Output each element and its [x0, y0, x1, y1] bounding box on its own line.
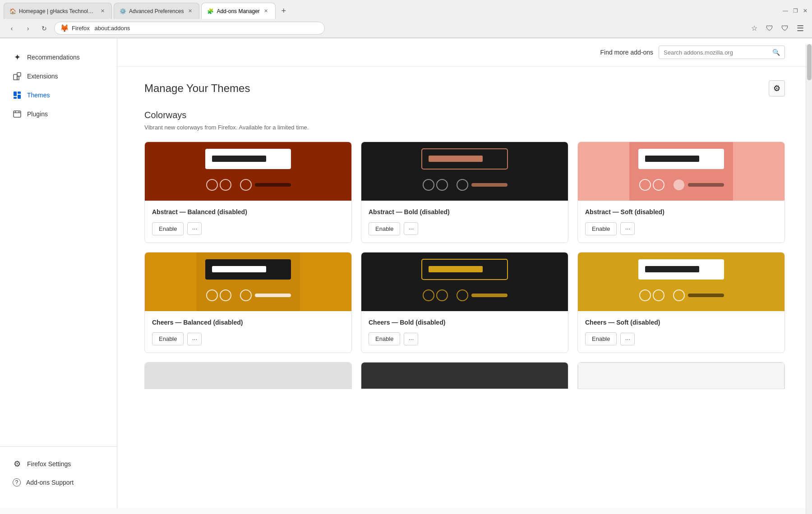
theme-preview-abstract-balanced	[145, 142, 351, 201]
theme-preview-abstract-bold	[361, 142, 568, 201]
sidebar-label-plugins: Plugins	[27, 110, 48, 118]
tab-close-button[interactable]: ✕	[186, 8, 194, 15]
enable-button-cheers-balanced[interactable]: Enable	[152, 332, 184, 345]
theme-card-abstract-soft: Abstract — Soft (disabled) Enable ···	[577, 142, 785, 243]
page-title: Manage Your Themes	[144, 82, 250, 95]
partial-themes-row	[144, 362, 785, 389]
sidebar-item-firefox-settings[interactable]: ⚙ Firefox Settings	[4, 455, 113, 473]
scrollbar-thumb[interactable]	[807, 44, 812, 80]
shield-icon[interactable]: 🛡	[763, 22, 776, 35]
theme-name-abstract-soft: Abstract — Soft (disabled)	[585, 208, 777, 217]
sidebar: ✦ Recommendations Extensions	[0, 38, 117, 508]
url-value: about:addons	[95, 25, 130, 32]
recommendations-icon: ✦	[13, 53, 22, 62]
menu-button[interactable]: ☰	[794, 22, 807, 35]
tab-close-button[interactable]: ✕	[99, 8, 106, 15]
svg-point-29	[674, 179, 684, 190]
enable-button-cheers-soft[interactable]: Enable	[585, 332, 617, 345]
addon-search-input[interactable]	[664, 49, 770, 56]
toolbar-icons: ☆ 🛡 🛡 ☰	[748, 22, 807, 35]
close-button[interactable]: ✕	[802, 8, 808, 14]
svg-rect-2	[14, 92, 17, 96]
themes-content: Manage Your Themes ⚙ Colorways Vibrant n…	[117, 67, 812, 403]
enable-button-abstract-soft[interactable]: Enable	[585, 222, 617, 235]
sidebar-item-recommendations[interactable]: ✦ Recommendations	[4, 48, 113, 66]
theme-actions-cheers-balanced: Enable ···	[152, 332, 344, 345]
colorways-section: Colorways Vibrant new colorways from Fir…	[144, 110, 785, 389]
tab-close-button[interactable]: ✕	[263, 8, 270, 15]
tab-homepage[interactable]: 🏠 Homepage | gHacks Technolog… ✕	[4, 3, 112, 19]
back-button[interactable]: ‹	[5, 22, 18, 35]
page-header: Manage Your Themes ⚙	[144, 80, 785, 96]
tab-favicon: ⚙️	[120, 8, 126, 14]
search-icon[interactable]: 🔍	[772, 49, 780, 56]
theme-preview-cheers-bold	[361, 252, 568, 311]
tab-addons-manager[interactable]: 🧩 Add-ons Manager ✕	[201, 3, 275, 19]
more-options-button-abstract-soft[interactable]: ···	[620, 222, 635, 235]
svg-rect-51	[688, 294, 724, 297]
maximize-button[interactable]: ❐	[792, 8, 798, 14]
address-bar[interactable]: 🦊 Firefox about:addons	[54, 22, 325, 35]
sidebar-item-themes[interactable]: Themes	[4, 86, 113, 104]
plugins-icon	[13, 110, 22, 119]
url-text: Firefox about:addons	[72, 25, 130, 32]
tab-advanced-prefs[interactable]: ⚙️ Advanced Preferences ✕	[114, 3, 199, 19]
svg-rect-16	[255, 183, 291, 187]
sidebar-label-themes: Themes	[27, 92, 50, 99]
enable-button-abstract-balanced[interactable]: Enable	[152, 222, 184, 235]
sidebar-item-addons-support[interactable]: ? Add-ons Support	[4, 474, 113, 491]
theme-card-abstract-bold: Abstract — Bold (disabled) Enable ···	[361, 142, 568, 243]
theme-name-cheers-bold: Cheers — Bold (disabled)	[369, 318, 561, 327]
more-options-button-abstract-balanced[interactable]: ···	[187, 222, 202, 235]
bookmark-icon[interactable]: ☆	[748, 22, 761, 35]
theme-info-abstract-balanced: Abstract — Balanced (disabled) Enable ··…	[145, 201, 351, 243]
main-panel: Find more add-ons 🔍 Manage Your Themes ⚙…	[117, 38, 812, 508]
enable-button-cheers-bold[interactable]: Enable	[369, 332, 400, 345]
theme-preview-cheers-soft	[578, 252, 784, 311]
svg-rect-44	[471, 294, 508, 297]
theme-info-cheers-soft: Cheers — Soft (disabled) Enable ···	[578, 311, 784, 353]
theme-name-cheers-soft: Cheers — Soft (disabled)	[585, 318, 777, 327]
content-area: ✦ Recommendations Extensions	[0, 38, 812, 508]
more-options-button-cheers-bold[interactable]: ···	[404, 333, 418, 345]
more-options-button-abstract-bold[interactable]: ···	[404, 222, 418, 235]
theme-info-cheers-balanced: Cheers — Balanced (disabled) Enable ···	[145, 311, 351, 353]
tab-title: Add-ons Manager	[217, 8, 259, 14]
theme-info-cheers-bold: Cheers — Bold (disabled) Enable ···	[361, 311, 568, 353]
enable-button-abstract-bold[interactable]: Enable	[369, 222, 400, 235]
theme-preview-abstract-soft	[578, 142, 784, 201]
theme-info-abstract-bold: Abstract — Bold (disabled) Enable ···	[361, 201, 568, 243]
themes-grid: Abstract — Balanced (disabled) Enable ··…	[144, 142, 785, 353]
svg-rect-33	[212, 266, 266, 272]
sidebar-label-addons-support: Add-ons Support	[26, 479, 74, 486]
partial-theme-card-1	[144, 362, 352, 389]
sidebar-label-recommendations: Recommendations	[27, 54, 80, 61]
settings-gear-button[interactable]: ⚙	[769, 80, 785, 96]
new-tab-button[interactable]: +	[277, 5, 290, 17]
theme-actions-cheers-soft: Enable ···	[585, 332, 777, 345]
theme-card-abstract-balanced: Abstract — Balanced (disabled) Enable ··…	[144, 142, 352, 243]
refresh-button[interactable]: ↻	[38, 22, 51, 35]
more-options-button-cheers-balanced[interactable]: ···	[187, 333, 202, 345]
theme-card-cheers-bold: Cheers — Bold (disabled) Enable ···	[361, 252, 568, 353]
settings-icon: ⚙	[13, 459, 22, 468]
firefox-logo-icon: 🦊	[60, 24, 69, 32]
minimize-button[interactable]: —	[782, 8, 789, 14]
tab-bar: 🏠 Homepage | gHacks Technolog… ✕ ⚙️ Adva…	[0, 0, 812, 19]
vpn-icon[interactable]: 🛡	[779, 22, 791, 35]
colorways-description: Vibrant new colorways from Firefox. Avai…	[144, 124, 785, 131]
sidebar-nav: ✦ Recommendations Extensions	[0, 47, 117, 446]
sidebar-label-extensions: Extensions	[27, 73, 58, 80]
svg-rect-37	[255, 294, 291, 297]
scrollbar[interactable]	[806, 44, 812, 514]
tab-favicon: 🧩	[207, 8, 214, 14]
sidebar-item-plugins[interactable]: Plugins	[4, 105, 113, 123]
forward-button[interactable]: ›	[22, 22, 34, 35]
svg-rect-47	[645, 266, 699, 272]
sidebar-item-extensions[interactable]: Extensions	[4, 67, 113, 85]
window-controls: — ❐ ✕	[782, 8, 808, 14]
theme-info-abstract-soft: Abstract — Soft (disabled) Enable ···	[578, 201, 784, 243]
svg-rect-12	[212, 156, 266, 162]
more-options-button-cheers-soft[interactable]: ···	[620, 333, 635, 345]
svg-rect-17	[413, 142, 517, 201]
